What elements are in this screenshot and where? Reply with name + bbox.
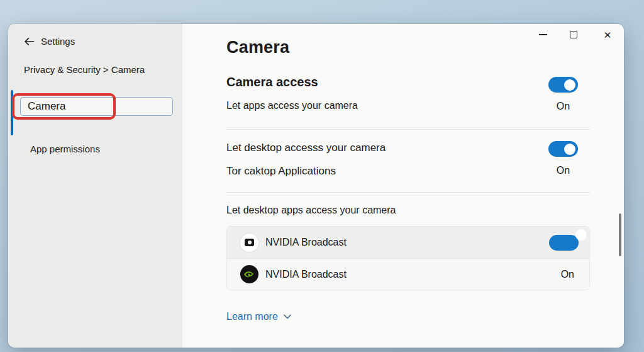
desktop-access-toggle[interactable] [548,141,578,157]
app-row: NVIDIA Broadcast On [227,259,589,290]
maximize-button[interactable] [561,26,586,43]
app-state-label: On [561,269,579,280]
close-button[interactable]: ✕ [595,26,620,43]
nvidia-broadcast-toggle[interactable] [549,235,579,251]
minimize-icon [539,34,547,35]
divider [226,129,590,130]
sidebar: Settings Privacy & Security > Camera App… [8,24,182,348]
setting-camera-access-title: Camera access [226,75,318,89]
minimize-button[interactable] [530,26,555,43]
settings-window: Settings Privacy & Security > Camera App… [8,24,624,348]
desktop-access-state: On [548,165,578,176]
app-list-card: NVIDIA Broadcast NVIDIA Broadcast On [226,226,590,290]
divider [226,192,590,193]
camera-access-state: On [548,101,578,112]
app-row: NVIDIA Broadcast [227,227,589,259]
sidebar-item-app-permissions[interactable]: App permissions [30,144,100,154]
setting-camera-access-description: Let apps access your camera [226,100,358,111]
nvidia-logo-icon [240,265,258,283]
setting-desktop-access-description: Tor caktop Applications [226,165,336,178]
setting-desktop-access-title: Let desktop accesss your camera [226,142,386,154]
main-panel: ✕ Camera Camera access Let apps access y… [182,24,624,348]
app-title: Settings [41,36,75,47]
scrollbar-thumb[interactable] [619,213,621,256]
desktop: { "colors": { "accent": "#1678c9", "acce… [0,0,644,352]
close-icon: ✕ [604,30,612,40]
learn-more-label: Learn more [226,311,278,322]
app-list-label: Let desktop apps access your camera [226,205,396,216]
back-arrow-icon [24,37,35,46]
settings-header: Settings [24,36,75,47]
app-name: NVIDIA Broadcast [265,237,347,248]
chevron-down-icon [284,314,291,319]
learn-more-link[interactable]: Learn more [226,311,291,322]
search-input[interactable] [21,98,172,115]
app-name: NVIDIA Broadcast [265,269,347,280]
breadcrumb[interactable]: Privacy & Security > Camera [24,64,145,75]
camera-access-toggle[interactable] [548,77,578,93]
nav-accent-bar [11,90,13,135]
back-button[interactable] [24,37,35,46]
maximize-icon [570,31,577,38]
camera-app-icon [240,234,258,252]
page-title: Camera [226,38,289,57]
search-box [20,97,173,116]
